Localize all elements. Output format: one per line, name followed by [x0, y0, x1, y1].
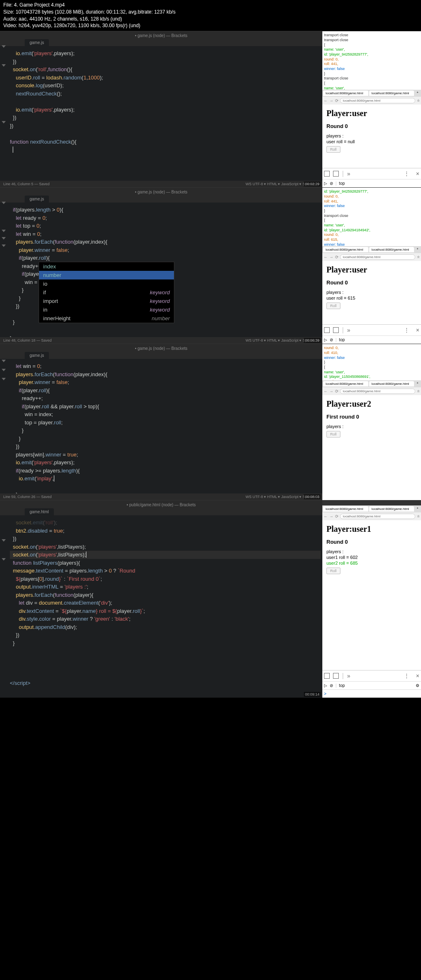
inspect-icon[interactable] — [324, 327, 330, 333]
browser-tab[interactable]: localhost:8080/game.html — [323, 91, 368, 96]
inspect-icon[interactable] — [324, 171, 330, 177]
context-selector[interactable]: top — [339, 338, 345, 342]
new-tab-icon[interactable]: + — [415, 381, 420, 386]
device-icon[interactable] — [333, 327, 339, 333]
context-selector[interactable]: top — [339, 181, 345, 186]
roll-button[interactable]: Roll — [326, 431, 340, 438]
fwd-icon[interactable]: → — [329, 514, 333, 519]
star-icon[interactable]: ☆ — [417, 255, 420, 259]
autocomplete-popup[interactable]: index number io ifkeyword importkeyword … — [39, 262, 174, 323]
editor-tab[interactable]: game.html — [25, 508, 54, 515]
url-bar[interactable]: localhost:8080/game.html — [340, 98, 415, 103]
editor-title: • game.js (node) — Brackets — [0, 345, 322, 351]
ac-item[interactable]: ifkeyword — [39, 288, 174, 297]
fold-arrow[interactable] — [2, 45, 6, 48]
inspect-icon[interactable] — [324, 673, 330, 679]
close-icon[interactable]: × — [416, 327, 419, 333]
fold-arrow[interactable] — [2, 378, 6, 380]
menu-icon[interactable]: ⋮ — [404, 170, 409, 177]
device-icon[interactable] — [333, 171, 339, 177]
players-label: players : — [326, 424, 417, 429]
panel-3: • game.js (node) — Brackets game.js let … — [0, 344, 421, 500]
play-icon[interactable]: ▷ — [324, 181, 327, 186]
roll-button[interactable]: Roll — [326, 568, 340, 574]
chevron-icon[interactable]: » — [347, 170, 350, 177]
fold-arrow[interactable] — [2, 244, 6, 247]
new-tab-icon[interactable]: + — [415, 91, 420, 96]
fwd-icon[interactable]: → — [329, 98, 333, 103]
reload-icon[interactable]: ⟳ — [335, 255, 338, 259]
round-heading: Round 0 — [326, 123, 417, 129]
editor-tab[interactable]: game.js — [25, 352, 49, 359]
ac-item[interactable]: innerHeightnumber — [39, 314, 174, 323]
star-icon[interactable]: ☆ — [417, 389, 420, 393]
ac-item[interactable]: io — [39, 279, 174, 288]
menu-icon[interactable]: ⋮ — [404, 327, 409, 333]
players-label: players : — [326, 549, 417, 554]
back-icon[interactable]: ← — [324, 255, 328, 259]
fold-arrow[interactable] — [2, 539, 6, 542]
browser-tab[interactable]: localhost:8080/game.html — [323, 506, 368, 512]
new-tab-icon[interactable]: + — [415, 506, 420, 512]
code-area[interactable]: io.emit('players',players); }) socket.on… — [0, 46, 322, 187]
code-area[interactable]: let win = 0; players.forEach(function(pl… — [0, 359, 322, 500]
fold-arrow[interactable] — [2, 360, 6, 362]
star-icon[interactable]: ☆ — [417, 99, 420, 102]
star-icon[interactable]: ☆ — [417, 514, 420, 518]
chevron-icon[interactable]: » — [347, 327, 350, 333]
browser-tab[interactable]: localhost:8080/game.html — [369, 247, 414, 252]
roll-button[interactable]: Roll — [326, 146, 340, 153]
play-icon[interactable]: ▷ — [324, 683, 327, 688]
reload-icon[interactable]: ⟳ — [335, 98, 338, 103]
back-icon[interactable]: ← — [324, 514, 328, 519]
ac-item[interactable]: importkeyword — [39, 297, 174, 305]
chevron-icon[interactable]: » — [347, 673, 350, 679]
console-prompt[interactable]: > — [324, 691, 326, 696]
back-icon[interactable]: ← — [324, 389, 328, 393]
fold-arrow[interactable] — [2, 558, 6, 561]
new-tab-icon[interactable]: + — [415, 247, 420, 252]
fold-arrow[interactable] — [2, 202, 6, 204]
ac-item[interactable]: inkeyword — [39, 305, 174, 314]
terminal-output[interactable]: id: 'player_942592829777', round: 0, rol… — [322, 188, 421, 246]
stop-icon[interactable]: ⊘ — [330, 181, 333, 186]
ac-item-selected[interactable]: number — [39, 271, 174, 279]
browser-tab[interactable]: localhost:8080/game.html — [369, 91, 414, 96]
editor-title: • game.js (node) — Brackets — [0, 189, 322, 195]
url-bar[interactable]: localhost:8080/game.html — [340, 254, 415, 260]
play-icon[interactable]: ▷ — [324, 338, 327, 342]
close-icon[interactable]: × — [416, 673, 419, 679]
fold-arrow[interactable] — [2, 237, 6, 240]
ac-item[interactable]: index — [39, 262, 174, 271]
browser-tab[interactable]: localhost:8080/game.html — [323, 381, 368, 386]
close-icon[interactable]: × — [416, 170, 419, 177]
back-icon[interactable]: ← — [324, 98, 328, 103]
stop-icon[interactable]: ⊘ — [330, 683, 333, 688]
browser-panel: transport close transport close { name: … — [322, 31, 421, 187]
stop-icon[interactable]: ⊘ — [330, 338, 333, 342]
terminal-output[interactable]: round: 0, roll: 410, winner: false } { n… — [322, 344, 421, 380]
menu-icon[interactable]: ⋮ — [404, 673, 409, 679]
browser-tab[interactable]: localhost:8080/game.html — [323, 247, 368, 252]
gear-icon[interactable]: ⚙ — [416, 683, 419, 688]
editor-tab[interactable]: game.js — [25, 196, 49, 203]
url-bar[interactable]: localhost:8080/game.html — [340, 389, 415, 394]
fold-arrow[interactable] — [2, 230, 6, 232]
browser-tab[interactable]: localhost:8080/game.html — [369, 506, 414, 512]
fold-arrow[interactable] — [2, 64, 6, 67]
code-area[interactable]: socket.emit('roll'); btn2.disabled = tru… — [0, 515, 322, 689]
reload-icon[interactable]: ⟳ — [335, 514, 338, 519]
roll-button[interactable]: Roll — [326, 303, 340, 309]
editor-tab[interactable]: game.js — [25, 39, 49, 46]
device-icon[interactable] — [333, 673, 339, 679]
browser-tab[interactable]: localhost:8080/game.html — [369, 381, 414, 386]
fwd-icon[interactable]: → — [329, 255, 333, 259]
round-heading: Round 0 — [326, 279, 417, 286]
fold-arrow[interactable] — [2, 121, 6, 123]
context-selector[interactable]: top — [339, 683, 345, 688]
fold-arrow[interactable] — [2, 369, 6, 371]
url-bar[interactable]: localhost:8080/game.html — [340, 514, 415, 519]
terminal-output[interactable]: transport close transport close { name: … — [322, 31, 421, 90]
fwd-icon[interactable]: → — [329, 389, 333, 393]
reload-icon[interactable]: ⟳ — [335, 389, 338, 393]
